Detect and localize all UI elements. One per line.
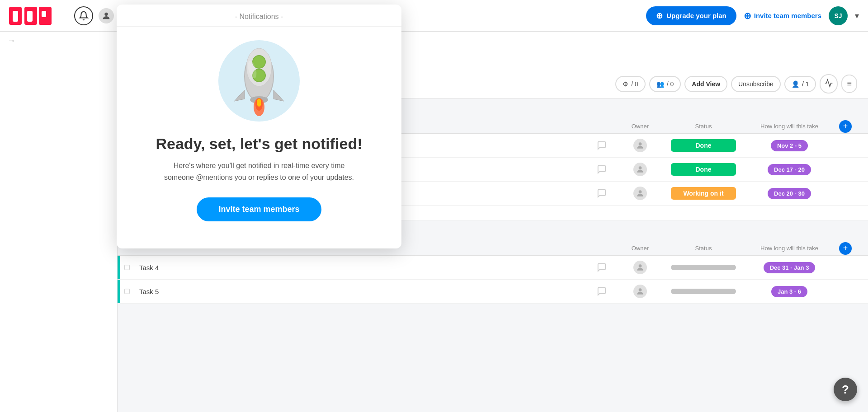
task-comment-icon[interactable] bbox=[590, 140, 613, 150]
add-column-button[interactable]: + bbox=[839, 242, 852, 255]
owner-avatar bbox=[633, 261, 647, 274]
col-status-label: Status bbox=[667, 119, 740, 133]
task-status[interactable]: Done bbox=[667, 160, 740, 178]
task-owner bbox=[613, 285, 667, 298]
team-icon: 👥 bbox=[656, 80, 664, 88]
svg-rect-8 bbox=[42, 11, 46, 17]
activity-icon bbox=[824, 79, 833, 88]
table-row: Task 4 Dec 31 - Jan 3 bbox=[118, 256, 868, 280]
header-nav bbox=[74, 6, 114, 25]
notifications-bell-button[interactable] bbox=[74, 6, 93, 25]
task-timeline[interactable]: Dec 20 - 30 bbox=[740, 188, 839, 199]
upgrade-icon: ⊕ bbox=[656, 11, 663, 21]
more-options-button[interactable]: ≡ bbox=[841, 75, 857, 93]
task-owner bbox=[613, 163, 667, 176]
sidebar-arrow[interactable]: → bbox=[0, 32, 117, 50]
task-comment-icon[interactable] bbox=[590, 164, 613, 174]
status-badge-empty bbox=[671, 265, 736, 270]
members-icon: 👤 bbox=[792, 80, 799, 88]
owner-avatar bbox=[633, 163, 647, 176]
task-comment-icon[interactable] bbox=[590, 188, 613, 198]
user-avatar-small bbox=[99, 8, 114, 23]
timeline-badge: Dec 20 - 30 bbox=[768, 188, 811, 199]
add-column-button[interactable]: + bbox=[839, 120, 852, 133]
svg-marker-26 bbox=[274, 90, 284, 101]
task-timeline[interactable]: Jan 3 - 6 bbox=[740, 286, 839, 297]
task-timeline[interactable]: Nov 2 - 5 bbox=[740, 140, 839, 151]
unsubscribe-button[interactable]: Unsubscribe bbox=[731, 76, 781, 92]
task-timeline[interactable]: Dec 17 - 20 bbox=[740, 164, 839, 175]
members-button[interactable]: 👤 / 1 bbox=[784, 76, 816, 92]
status-badge-done: Done bbox=[671, 139, 736, 152]
sprocket-view-button[interactable]: ⚙ / 0 bbox=[615, 76, 646, 92]
sidebar: → bbox=[0, 32, 118, 412]
task-status[interactable]: Done bbox=[667, 136, 740, 154]
svg-point-20 bbox=[639, 288, 642, 291]
notification-invite-button[interactable]: Invite team members bbox=[197, 197, 321, 221]
table-row: Task 5 Jan 3 - 6 bbox=[118, 280, 868, 304]
timeline-badge: Dec 31 - Jan 3 bbox=[764, 262, 816, 273]
col-owner-label: Owner bbox=[613, 241, 667, 255]
owner-avatar bbox=[633, 139, 647, 152]
col-timeline-label: How long will this take bbox=[740, 119, 839, 133]
user-avatar-main[interactable]: SJ bbox=[829, 6, 848, 25]
task-owner bbox=[613, 139, 667, 152]
upgrade-button[interactable]: ⊕ Upgrade your plan bbox=[646, 6, 736, 25]
help-button[interactable]: ? bbox=[834, 378, 857, 401]
svg-marker-25 bbox=[234, 90, 245, 101]
svg-point-14 bbox=[639, 166, 642, 169]
task-status[interactable]: Working on it bbox=[667, 184, 740, 202]
status-badge-working: Working on it bbox=[671, 187, 736, 200]
col-owner-label: Owner bbox=[613, 119, 667, 133]
svg-point-30 bbox=[257, 98, 261, 107]
svg-point-9 bbox=[104, 12, 108, 15]
notification-popup: - Notifications - bbox=[117, 5, 401, 248]
app-logo[interactable] bbox=[9, 5, 63, 27]
notification-description: Here's where you'll get notified in real… bbox=[160, 160, 359, 183]
owner-avatar bbox=[633, 187, 647, 200]
col-status-label: Status bbox=[667, 241, 740, 255]
svg-rect-7 bbox=[27, 11, 33, 22]
svg-point-16 bbox=[639, 190, 642, 193]
col-timeline-label: How long will this take bbox=[740, 241, 839, 255]
task-timeline[interactable]: Dec 31 - Jan 3 bbox=[740, 262, 839, 273]
timeline-badge: Nov 2 - 5 bbox=[771, 140, 808, 151]
add-view-button[interactable]: Add View bbox=[684, 76, 727, 92]
task-checkbox[interactable] bbox=[120, 288, 134, 295]
board-view-bar: ⚙ / 0 👥 / 0 Add View Unsubscribe 👤 / 1 bbox=[615, 74, 857, 94]
svg-point-18 bbox=[639, 264, 642, 267]
task-name[interactable]: Task 5 bbox=[134, 288, 590, 295]
task-checkbox[interactable] bbox=[120, 264, 134, 271]
svg-point-12 bbox=[639, 142, 642, 145]
task-owner bbox=[613, 187, 667, 200]
user-menu-chevron[interactable]: ▾ bbox=[855, 11, 859, 21]
sprocket-icon: ⚙ bbox=[623, 80, 628, 88]
timeline-badge: Jan 3 - 6 bbox=[771, 286, 807, 297]
team-view-button[interactable]: 👥 / 0 bbox=[649, 76, 681, 92]
task-name[interactable]: Task 4 bbox=[134, 264, 590, 272]
header-right: ⊕ Upgrade your plan ⊕ Invite team member… bbox=[646, 6, 859, 25]
task-status[interactable] bbox=[667, 262, 740, 273]
rocket-image bbox=[230, 45, 288, 117]
svg-rect-17 bbox=[125, 265, 130, 270]
status-badge-empty bbox=[671, 289, 736, 294]
owner-avatar bbox=[633, 285, 647, 298]
invite-team-button[interactable]: ⊕ Invite team members bbox=[744, 10, 821, 21]
svg-rect-5 bbox=[45, 14, 52, 25]
svg-rect-19 bbox=[125, 289, 130, 294]
notification-title: Ready, set, let's get notified! bbox=[156, 135, 362, 153]
task-status[interactable] bbox=[667, 286, 740, 297]
task-comment-icon[interactable] bbox=[590, 262, 613, 272]
activity-button[interactable] bbox=[820, 74, 838, 94]
status-badge-done: Done bbox=[671, 163, 736, 176]
timeline-badge: Dec 17 - 20 bbox=[768, 164, 811, 175]
task-owner bbox=[613, 261, 667, 274]
task-comment-icon[interactable] bbox=[590, 286, 613, 296]
plus-icon: ⊕ bbox=[744, 10, 751, 21]
rocket-illustration bbox=[218, 40, 300, 122]
notification-header-label: - Notifications - bbox=[117, 5, 401, 27]
svg-rect-6 bbox=[13, 11, 18, 22]
notification-body: Ready, set, let's get notified! Here's w… bbox=[117, 27, 401, 230]
